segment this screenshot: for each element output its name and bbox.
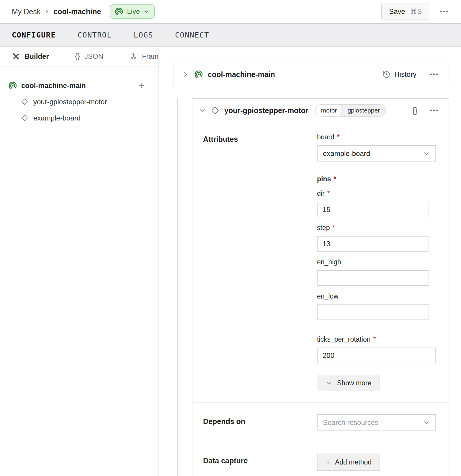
chevron-down-icon bbox=[423, 150, 430, 157]
pin-field-step: step * bbox=[317, 224, 438, 252]
view-tab-frame[interactable]: Frame bbox=[129, 52, 162, 61]
view-tab-json[interactable]: {} JSON bbox=[75, 52, 103, 61]
tree-root-label: cool-machine-main bbox=[21, 81, 86, 90]
step-label: step * bbox=[317, 224, 438, 232]
component-diamond-icon bbox=[211, 106, 220, 115]
required-asterisk: * bbox=[373, 335, 376, 343]
tree-connector-line bbox=[177, 98, 178, 476]
show-more-button[interactable]: Show more bbox=[317, 375, 380, 391]
component-card-header: your-gpiostepper-motor motor gpiostepper… bbox=[192, 99, 449, 122]
breadcrumb-current: cool-machine bbox=[53, 7, 101, 16]
view-tab-json-label: JSON bbox=[84, 52, 103, 61]
component-menu-button[interactable]: ••• bbox=[430, 107, 439, 114]
tree-child-label: example-board bbox=[33, 114, 81, 122]
depends-on-select[interactable]: Search resources bbox=[317, 414, 436, 431]
history-button[interactable]: History bbox=[382, 70, 416, 79]
topbar-menu-button[interactable]: ••• bbox=[440, 8, 449, 15]
config-main-panel: cool-machine-main History ••• bbox=[158, 47, 461, 476]
depends-on-label: Depends on bbox=[203, 414, 317, 431]
component-diamond-icon bbox=[21, 98, 29, 106]
dir-label: dir * bbox=[317, 190, 438, 198]
main-tab-bar: CONFIGURE CONTROL LOGS CONNECT bbox=[0, 23, 461, 47]
en-low-input[interactable] bbox=[317, 304, 429, 320]
badge-type: motor bbox=[315, 105, 339, 116]
tree-item-gpiostepper[interactable]: your-gpiostepper-motor bbox=[8, 94, 144, 110]
badge-model: gpiostepper bbox=[340, 105, 385, 116]
save-label: Save bbox=[389, 7, 405, 16]
required-asterisk: * bbox=[332, 224, 335, 232]
machine-card: cool-machine-main History ••• bbox=[174, 63, 449, 86]
machine-icon bbox=[8, 81, 17, 90]
builder-tools-icon bbox=[12, 52, 20, 61]
board-field: board * example-board bbox=[317, 133, 438, 162]
step-input[interactable] bbox=[317, 236, 429, 252]
tab-logs[interactable]: LOGS bbox=[134, 31, 153, 39]
required-asterisk: * bbox=[337, 133, 340, 141]
breadcrumb: My Desk cool-machine bbox=[12, 7, 101, 16]
live-label: Live bbox=[127, 7, 140, 16]
depends-on-section: Depends on Search resources bbox=[192, 402, 449, 442]
depends-on-placeholder: Search resources bbox=[323, 418, 378, 427]
machine-card-menu-button[interactable]: ••• bbox=[430, 71, 439, 78]
add-method-button[interactable]: + Add method bbox=[317, 454, 380, 471]
component-type-badge: motor gpiostepper bbox=[315, 104, 386, 117]
tree-item-machine-root[interactable]: cool-machine-main + bbox=[8, 78, 144, 94]
add-resource-button[interactable]: + bbox=[139, 81, 144, 90]
collapse-chevron-down-icon[interactable] bbox=[200, 107, 206, 114]
machine-card-title: cool-machine-main bbox=[208, 70, 275, 79]
en-high-label: en_high bbox=[317, 258, 438, 266]
tree-item-example-board[interactable]: example-board bbox=[8, 110, 144, 126]
breadcrumb-chevron-icon bbox=[45, 8, 49, 15]
pins-label: pins * bbox=[317, 175, 438, 183]
pin-field-dir: dir * bbox=[317, 190, 438, 217]
show-more-label: Show more bbox=[337, 379, 371, 387]
frame-axes-icon bbox=[129, 52, 138, 61]
resource-tree: cool-machine-main + your-gpiostepper-mot… bbox=[0, 66, 158, 126]
live-icon bbox=[115, 7, 123, 16]
history-clock-icon bbox=[382, 71, 390, 79]
pin-field-en-low: en_low bbox=[317, 292, 438, 320]
ticks-input[interactable] bbox=[317, 348, 436, 363]
json-braces-icon: {} bbox=[75, 52, 80, 61]
required-asterisk: * bbox=[334, 175, 336, 183]
tab-configure[interactable]: CONFIGURE bbox=[12, 31, 56, 39]
dir-input[interactable] bbox=[317, 202, 429, 217]
chevron-down-icon bbox=[143, 9, 149, 14]
board-label: board * bbox=[317, 133, 438, 141]
component-diamond-icon bbox=[21, 114, 29, 122]
required-asterisk: * bbox=[327, 190, 330, 198]
component-json-button[interactable]: {} bbox=[412, 106, 418, 115]
view-tab-builder[interactable]: Builder bbox=[12, 52, 49, 61]
tree-child-label: your-gpiostepper-motor bbox=[33, 98, 107, 106]
config-sidebar: Builder {} JSON Frame bbox=[0, 47, 158, 476]
plus-icon: + bbox=[326, 458, 331, 467]
chevron-down-icon bbox=[326, 380, 332, 387]
board-select[interactable]: example-board bbox=[317, 145, 436, 162]
add-method-label: Add method bbox=[335, 458, 372, 466]
tab-connect[interactable]: CONNECT bbox=[175, 31, 209, 39]
ticks-field: ticks_per_rotation * bbox=[317, 335, 438, 363]
tab-control[interactable]: CONTROL bbox=[78, 31, 112, 39]
breadcrumb-root-link[interactable]: My Desk bbox=[12, 7, 40, 16]
en-high-input[interactable] bbox=[317, 270, 429, 286]
pins-group: pins * dir * step bbox=[307, 175, 438, 320]
view-tab-builder-label: Builder bbox=[24, 52, 49, 61]
ticks-label: ticks_per_rotation * bbox=[317, 335, 438, 343]
data-capture-section: Data capture + Add method bbox=[192, 442, 449, 476]
live-status-dropdown[interactable]: Live bbox=[110, 4, 155, 19]
expand-chevron-right-icon[interactable] bbox=[182, 71, 189, 78]
component-card: your-gpiostepper-motor motor gpiostepper… bbox=[192, 98, 449, 476]
attributes-section: Attributes board * example-board bbox=[192, 122, 449, 402]
machine-icon bbox=[194, 70, 203, 79]
save-shortcut: ⌘S bbox=[410, 7, 422, 16]
chevron-down-icon bbox=[423, 419, 430, 426]
sidebar-view-tabs: Builder {} JSON Frame bbox=[0, 47, 158, 66]
top-bar: My Desk cool-machine Live Save ⌘S ••• bbox=[0, 0, 461, 23]
component-title: your-gpiostepper-motor bbox=[224, 106, 308, 115]
en-low-label: en_low bbox=[317, 292, 438, 300]
data-capture-label: Data capture bbox=[203, 454, 317, 471]
save-button[interactable]: Save ⌘S bbox=[381, 4, 429, 19]
pin-field-en-high: en_high bbox=[317, 258, 438, 286]
attributes-section-label: Attributes bbox=[203, 133, 317, 391]
board-select-value: example-board bbox=[323, 149, 370, 158]
